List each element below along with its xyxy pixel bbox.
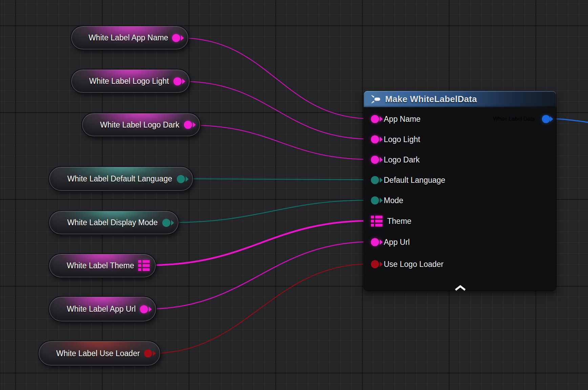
variable-node-white-label-app-name[interactable]: White Label App Name — [70, 25, 189, 50]
variable-node-white-label-logo-light[interactable]: White Label Logo Light — [70, 69, 190, 94]
pin-label: Use Logo Loader — [384, 260, 443, 269]
output-pin-enum[interactable] — [162, 219, 170, 227]
input-row-default-language: Default Language — [371, 172, 445, 188]
input-pin-logo-dark[interactable] — [371, 156, 379, 164]
pin-label: Mode — [384, 196, 403, 205]
pin-label: App Name — [384, 115, 421, 124]
variable-label: White Label Display Mode — [63, 218, 162, 227]
blueprint-graph-canvas[interactable]: White Label App Name White Label Logo Li… — [0, 0, 588, 390]
wire-app-url[interactable] — [148, 242, 371, 309]
wire-use-loader[interactable] — [152, 264, 371, 353]
struct-pin-icon[interactable] — [138, 260, 150, 271]
input-pin-default-language[interactable] — [371, 176, 379, 184]
output-row-white-label-data: White Label Data — [493, 111, 550, 127]
make-whitelabeldata-node[interactable]: Make WhiteLabelData App Name Logo Light … — [363, 91, 556, 291]
node-header[interactable]: Make WhiteLabelData — [364, 91, 556, 107]
input-pin-use-logo-loader[interactable] — [371, 260, 379, 268]
pin-label: Logo Dark — [384, 155, 420, 164]
variable-label: White Label Use Loader — [52, 349, 144, 358]
output-pin-string[interactable] — [140, 305, 148, 313]
input-row-logo-dark: Logo Dark — [371, 152, 420, 168]
pin-label: Default Language — [384, 176, 445, 185]
input-row-use-logo-loader: Use Logo Loader — [371, 256, 443, 272]
output-pin-enum[interactable] — [177, 175, 185, 183]
variable-label: White Label Logo Dark — [96, 120, 184, 130]
wire-default-language[interactable] — [185, 179, 371, 180]
output-pin-string[interactable] — [172, 34, 180, 42]
node-title: Make WhiteLabelData — [385, 94, 477, 104]
variable-node-white-label-display-mode[interactable]: White Label Display Mode — [48, 210, 179, 235]
input-pin-theme-struct-icon[interactable] — [371, 216, 382, 227]
input-row-app-url: App Url — [371, 234, 410, 250]
wire-logo-light[interactable] — [182, 81, 371, 139]
variable-label: White Label App Url — [63, 305, 140, 314]
input-pin-logo-light[interactable] — [371, 135, 379, 143]
input-pin-mode[interactable] — [371, 196, 379, 204]
output-pin-white-label-data[interactable] — [542, 115, 550, 123]
pin-label: White Label Data — [493, 116, 535, 122]
make-struct-icon — [371, 95, 380, 104]
wire-display-mode[interactable] — [172, 200, 371, 222]
output-pin-string[interactable] — [184, 121, 192, 129]
chevron-up-icon — [456, 286, 465, 290]
wire-app-name[interactable] — [181, 38, 371, 119]
pin-label: App Url — [384, 238, 410, 247]
input-pin-app-url[interactable] — [371, 238, 379, 246]
input-row-mode: Mode — [371, 193, 403, 208]
input-pin-app-name[interactable] — [371, 115, 379, 123]
variable-label: White Label Logo Light — [85, 77, 173, 86]
input-row-logo-light: Logo Light — [371, 132, 420, 147]
wire-theme[interactable] — [148, 221, 371, 265]
pin-label: Theme — [387, 217, 412, 226]
input-row-app-name: App Name — [371, 111, 421, 127]
variable-node-white-label-theme[interactable]: White Label Theme — [48, 253, 156, 278]
output-pin-bool[interactable] — [144, 349, 152, 357]
input-row-theme: Theme — [371, 213, 412, 229]
pin-label: Logo Light — [384, 135, 420, 144]
variable-node-white-label-app-url[interactable]: White Label App Url — [48, 296, 157, 322]
variable-node-white-label-use-loader[interactable]: White Label Use Loader — [38, 340, 161, 366]
variable-node-white-label-default-language[interactable]: White Label Default Language — [48, 166, 194, 192]
variable-label: White Label App Name — [85, 33, 172, 42]
wire-logo-dark[interactable] — [190, 125, 371, 159]
output-pin-string[interactable] — [173, 77, 182, 85]
variable-label: White Label Default Language — [63, 174, 177, 183]
variable-node-white-label-logo-dark[interactable]: White Label Logo Dark — [81, 113, 201, 137]
collapse-node-button[interactable] — [454, 285, 466, 291]
variable-label: White Label Theme — [63, 261, 138, 270]
